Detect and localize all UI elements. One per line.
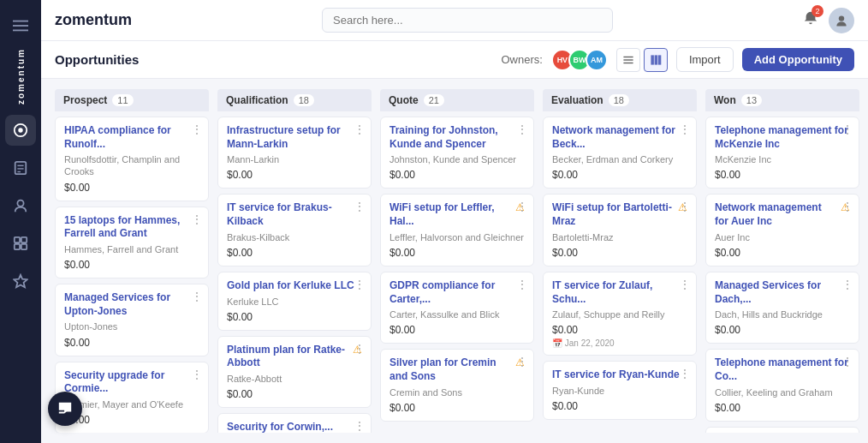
kanban-col-won: Won 13 ⋮Telephone management for McKenzi… — [705, 89, 859, 433]
col-header-won: Won 13 — [705, 89, 859, 111]
card-menu-button[interactable]: ⋮ — [679, 278, 691, 291]
owners-label: Owners: — [501, 53, 542, 66]
kanban-card[interactable]: ⋮Network management for Auer Inc⚠Auer In… — [705, 194, 859, 266]
card-title-row: Gold plan for Kerluke LLC — [227, 279, 362, 296]
card-menu-button[interactable]: ⋮ — [191, 123, 203, 136]
card-menu-button[interactable]: ⋮ — [354, 123, 366, 136]
card-menu-button[interactable]: ⋮ — [516, 200, 528, 213]
kanban-col-evaluation: Evaluation 18 ⋮Network management for Be… — [543, 89, 697, 433]
card-menu-button[interactable]: ⋮ — [841, 200, 853, 213]
card-menu-button[interactable]: ⋮ — [354, 200, 366, 213]
kanban-view-button[interactable] — [644, 48, 668, 72]
kanban-card[interactable]: ⋮GDPR compliance for Carter,...Carter, K… — [380, 272, 534, 344]
list-view-button[interactable] — [616, 48, 640, 72]
card-title: IT service for Zulauf, Schu... — [552, 279, 687, 306]
kanban-card[interactable]: ⋮IT service for Zulauf, Schu...Zulauf, S… — [543, 272, 697, 356]
kanban-card[interactable]: ⋮Gold plan for Kerluke LLCKerluke LLC$0.… — [217, 272, 372, 331]
chat-fab-button[interactable] — [48, 392, 82, 426]
col-count-qualification: 18 — [294, 94, 314, 106]
kanban-card[interactable]: ⋮WiFi setup for Leffler, Hal...⚠Leffler,… — [380, 194, 534, 266]
card-subtitle: Johnston, Kunde and Spencer — [389, 153, 525, 165]
card-title-row: Managed Services for Upton-Jones — [64, 291, 199, 320]
sidebar-item-contacts[interactable] — [5, 190, 36, 221]
kanban-card[interactable]: ⋮Telephone management for McKenzie IncMc… — [705, 117, 859, 189]
hamburger-menu[interactable] — [5, 10, 36, 41]
card-menu-button[interactable]: ⋮ — [841, 355, 853, 368]
card-subtitle: Cremin and Sons — [389, 386, 525, 398]
kanban-card[interactable]: ⋮Network management for Beck...Becker, E… — [543, 117, 697, 189]
card-menu-button[interactable]: ⋮ — [191, 368, 203, 381]
kanban-card[interactable]: ⋮WiFi setup for Bartoletti-Mraz⚠Bartolet… — [543, 194, 697, 266]
logo-area: zomentum — [55, 11, 132, 29]
kanban-card[interactable]: ⋮Silver plan for Cremin and Sons⚠Cremin … — [380, 349, 534, 421]
col-title-evaluation: Evaluation — [551, 94, 603, 106]
kanban-card[interactable]: ⋮Training for Johnston, Kunde and Spence… — [380, 117, 534, 189]
kanban-card[interactable]: ⋮Infrastructure setup for Mann-LarkinMan… — [217, 117, 372, 189]
card-subtitle: Collier, Keeling and Graham — [715, 386, 850, 398]
card-menu-button[interactable]: ⋮ — [679, 367, 691, 380]
card-menu-button[interactable]: ⋮ — [354, 419, 366, 433]
card-menu-button[interactable]: ⋮ — [841, 123, 853, 136]
view-toggle — [616, 48, 668, 72]
col-header-prospect: Prospect 11 — [55, 89, 209, 111]
card-menu-button[interactable]: ⋮ — [354, 342, 366, 356]
sidebar-item-dashboard[interactable] — [5, 115, 36, 146]
add-opportunity-button[interactable]: Add Opportunity — [742, 48, 854, 71]
card-title: Managed Services for Dach,... — [715, 279, 850, 306]
card-title-row: Telephone management for McKenzie Inc — [715, 124, 850, 153]
top-header: zomentum 2 — [41, 0, 868, 41]
col-cards-qualification: ⋮Infrastructure setup for Mann-LarkinMan… — [217, 113, 372, 433]
svg-rect-21 — [658, 55, 662, 64]
card-menu-button[interactable]: ⋮ — [516, 278, 528, 291]
card-subtitle: Leffler, Halvorson and Gleichner — [389, 231, 525, 243]
kanban-card[interactable]: ⋮IT service for Brakus-KilbackBrakus-Kil… — [217, 194, 372, 266]
svg-point-9 — [17, 201, 23, 207]
card-amount: $0.00 — [552, 400, 687, 412]
sidebar-item-favorites[interactable] — [5, 266, 36, 296]
card-title: Managed Services for Upton-Jones — [64, 291, 199, 318]
card-menu-button[interactable]: ⋮ — [679, 200, 691, 213]
card-title: WiFi setup for Leffler, Hal... — [389, 201, 510, 228]
sidebar-item-documents[interactable] — [5, 153, 36, 183]
card-subtitle: Carter, Kassulke and Blick — [389, 308, 525, 320]
card-title: Training for Johnston, Kunde and Spencer — [389, 124, 525, 151]
card-menu-button[interactable]: ⋮ — [354, 278, 366, 291]
card-subtitle: Zulauf, Schuppe and Reilly — [552, 308, 687, 320]
import-button[interactable]: Import — [676, 47, 734, 72]
kanban-card[interactable]: ⋮IT service for Ryan-KundeRyan-Kunde$0.0… — [543, 361, 697, 420]
search-input[interactable] — [322, 8, 613, 33]
card-menu-button[interactable]: ⋮ — [516, 123, 528, 136]
notification-button[interactable]: 2 — [803, 10, 818, 30]
card-menu-button[interactable]: ⋮ — [191, 213, 203, 226]
col-title-qualification: Qualification — [226, 94, 288, 106]
kanban-card[interactable]: ⋮Telephone management for Co...Collier, … — [705, 349, 859, 421]
card-subtitle: Ryan-Kunde — [552, 385, 687, 397]
card-title-row: Security for Corwin,... — [227, 421, 362, 433]
card-amount: $0.00 — [715, 247, 850, 259]
card-menu-button[interactable]: ⋮ — [841, 278, 853, 291]
col-cards-prospect: ⋮HIPAA compliance for Runolf...Runolfsdo… — [55, 113, 209, 433]
card-amount: $0.00 — [389, 324, 525, 336]
owner-avatar-2[interactable]: AM — [586, 49, 608, 71]
kanban-board: Prospect 11 ⋮HIPAA compliance for Runolf… — [55, 89, 868, 433]
sidebar-logo: zomentum — [5, 48, 36, 105]
svg-rect-17 — [623, 59, 633, 60]
card-menu-button[interactable]: ⋮ — [516, 355, 528, 368]
kanban-card[interactable]: ⋮HIPAA compliance for Runolf...Runolfsdo… — [55, 117, 209, 201]
card-menu-button[interactable]: ⋮ — [191, 290, 203, 303]
page-actions: Owners: HVBWAM Import Add Opportunity — [501, 47, 854, 72]
card-amount: $0.00 — [227, 169, 362, 181]
card-title-row: Infrastructure setup for Mann-Larkin — [227, 124, 362, 153]
card-title: 15 laptops for Hammes, Farrell and Grant — [64, 214, 199, 241]
card-title: HIPAA compliance for Runolf... — [64, 124, 199, 151]
kanban-card[interactable]: ⋮Gold plan for Mitchell-... — [705, 427, 859, 433]
kanban-card[interactable]: ⋮Managed Services for Dach,...Dach, Hill… — [705, 272, 859, 344]
user-avatar[interactable] — [829, 8, 854, 33]
card-title-row: Telephone management for Co... — [715, 356, 850, 386]
sidebar-item-products[interactable] — [5, 228, 36, 259]
card-menu-button[interactable]: ⋮ — [679, 123, 691, 136]
kanban-card[interactable]: ⋮Security for Corwin,... — [217, 413, 372, 433]
kanban-card[interactable]: ⋮Managed Services for Upton-JonesUpton-J… — [55, 284, 209, 356]
kanban-card[interactable]: ⋮Platinum plan for Ratke-Abbott⚠Ratke-Ab… — [217, 336, 372, 408]
kanban-card[interactable]: ⋮15 laptops for Hammes, Farrell and Gran… — [55, 207, 209, 278]
